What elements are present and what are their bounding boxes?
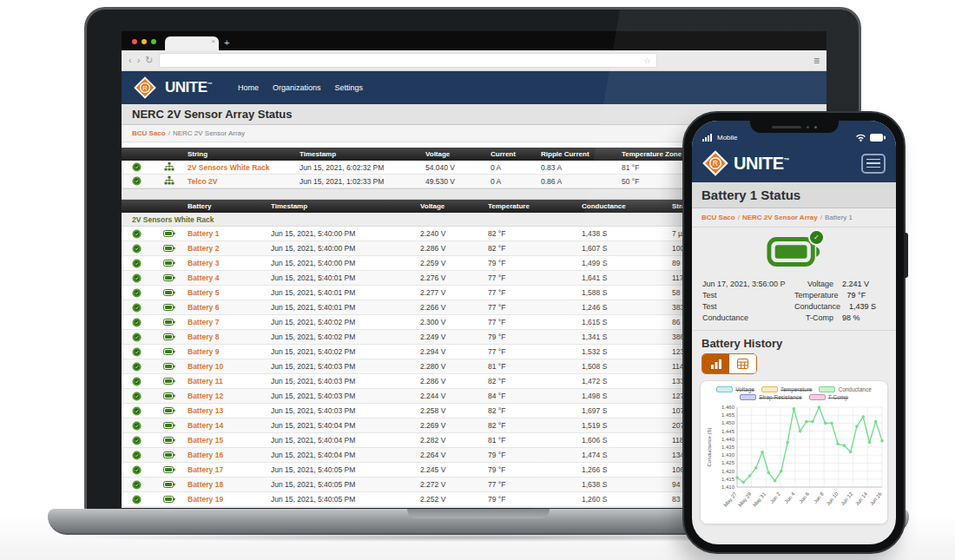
stat-context: Test [702, 302, 794, 311]
legend-item[interactable]: Conductance [819, 386, 871, 392]
conductance-cell: 1,341 S [582, 333, 672, 341]
status-ok-icon [122, 273, 151, 283]
breadcrumb-item: NERC 2V Sensor Array [173, 129, 245, 137]
stat-value: 1,439 S [849, 302, 892, 311]
close-window-button[interactable] [132, 39, 137, 44]
battery-detail-panel: Jun 17, 2021, 3:56:00 PVoltage2.241 VTes… [692, 276, 896, 331]
zoom-window-button[interactable] [151, 39, 156, 44]
string-link[interactable]: Telco 2V [188, 177, 300, 186]
legend-swatch-icon [740, 394, 756, 400]
battery-link[interactable]: Battery 14 [188, 421, 271, 430]
phone-notch [750, 121, 839, 133]
address-bar[interactable]: ☆ [159, 53, 657, 68]
browser-tab[interactable]: × [165, 36, 219, 50]
battery-link[interactable]: Battery 7 [188, 318, 271, 326]
battery-link[interactable]: Battery 18 [188, 480, 271, 489]
battery-link[interactable]: Battery 11 [188, 377, 271, 385]
column-header: String [188, 150, 300, 158]
browser-tab-bar: × + [122, 31, 827, 50]
battery-icon [151, 289, 188, 296]
chart-view-button[interactable] [702, 354, 729, 373]
battery-icon [151, 422, 188, 429]
battery-link[interactable]: Battery 5 [188, 288, 271, 297]
string-link[interactable]: 2V Sensors White Rack [188, 163, 300, 172]
chart-legend: VoltageTemperatureConductanceStrap Resis… [704, 386, 884, 400]
conductance-cell: 1,260 S [582, 495, 672, 504]
nav-item-organizations[interactable]: Organizations [273, 83, 321, 92]
voltage-cell: 2.276 V [420, 273, 488, 282]
svg-text:Conductance (S): Conductance (S) [707, 427, 712, 466]
nav-item-home[interactable]: Home [238, 83, 259, 92]
battery-link[interactable]: Battery 12 [188, 392, 271, 400]
battery-link[interactable]: Battery 15 [188, 436, 271, 445]
svg-text:Jun 10: Jun 10 [825, 491, 840, 506]
breadcrumb-separator: / [738, 214, 740, 221]
temperature-cell: 77 °F [488, 288, 582, 297]
wifi-icon [855, 133, 866, 142]
conductance-cell: 1,498 S [582, 392, 672, 400]
battery-link[interactable]: Battery 16 [188, 451, 271, 459]
voltage-cell: 2.264 V [420, 451, 488, 459]
nav-item-settings[interactable]: Settings [335, 83, 364, 92]
tab-close-icon[interactable]: × [211, 37, 215, 45]
camera-led-icon [814, 126, 817, 128]
timestamp-cell: Jun 15, 2021, 5:40:01 PM [271, 288, 420, 297]
battery-link[interactable]: Battery 9 [188, 347, 271, 356]
legend-item[interactable]: Voltage [716, 386, 754, 392]
forward-icon[interactable]: › [137, 56, 141, 65]
new-tab-button[interactable]: + [224, 37, 229, 48]
svg-text:Jun 6: Jun 6 [798, 491, 810, 504]
battery-link[interactable]: Battery 10 [188, 362, 271, 371]
window-controls [132, 39, 156, 44]
status-ok-icon [122, 436, 151, 445]
breadcrumb-item[interactable]: BCU Saco [132, 129, 166, 137]
svg-text:1,445: 1,445 [721, 429, 735, 434]
bookmark-star-icon[interactable]: ☆ [643, 56, 650, 65]
battery-icon [151, 274, 188, 281]
svg-text:R: R [713, 159, 718, 168]
battery-link[interactable]: Battery 17 [188, 465, 271, 474]
battery-link[interactable]: Battery 13 [188, 406, 271, 415]
svg-text:Jun 4: Jun 4 [784, 491, 796, 504]
legend-item[interactable]: Temperature [761, 386, 813, 392]
status-ok-icon [122, 421, 151, 431]
conductance-cell: 1,615 S [582, 318, 672, 326]
voltage-cell: 2.240 V [420, 229, 488, 238]
stat-label: Conductance [794, 302, 849, 311]
battery-status-graphic: ✓ [692, 227, 896, 276]
battery-link[interactable]: Battery 1 [188, 229, 271, 238]
minimize-window-button[interactable] [142, 39, 147, 44]
legend-swatch-icon [819, 386, 835, 392]
battery-link[interactable]: Battery 19 [188, 495, 271, 504]
breadcrumb-item[interactable]: BCU Saco [701, 214, 735, 221]
table-view-button[interactable] [729, 354, 756, 373]
svg-text:1,410: 1,410 [721, 484, 735, 490]
sitemap-icon [151, 162, 188, 172]
conductance-cell: 1,438 S [582, 229, 672, 238]
conductance-cell: 1,519 S [582, 421, 672, 430]
voltage-cell: 2.249 V [420, 333, 488, 341]
status-ok-icon [122, 162, 151, 172]
back-icon[interactable]: ‹ [128, 56, 132, 65]
svg-text:R: R [142, 84, 148, 92]
legend-item[interactable]: T-Comp [809, 394, 848, 400]
stat-value: 2.241 V [842, 280, 886, 288]
conductance-cell: 1,638 S [582, 480, 672, 489]
legend-label: Temperature [780, 386, 813, 392]
battery-link[interactable]: Battery 4 [188, 273, 271, 282]
column-header: Timestamp [300, 150, 425, 158]
hamburger-menu-icon[interactable] [861, 154, 886, 174]
battery-link[interactable]: Battery 8 [188, 333, 271, 341]
reload-icon[interactable]: ↻ [145, 56, 153, 65]
battery-link[interactable]: Battery 3 [188, 259, 271, 267]
breadcrumb-item[interactable]: NERC 2V Sensor Array [742, 214, 818, 221]
legend-item[interactable]: Strap Resistance [740, 394, 802, 400]
battery-link[interactable]: Battery 2 [188, 244, 271, 253]
battery-link[interactable]: Battery 6 [188, 303, 271, 312]
browser-menu-icon[interactable]: ≡ [813, 55, 820, 67]
voltage-cell: 2.294 V [420, 347, 488, 356]
phone: Mobile R UNITE™ Battery 1 Status BCU Sac… [682, 111, 906, 554]
voltage-cell: 2.277 V [420, 288, 488, 297]
legend-swatch-icon [716, 386, 733, 392]
voltage-cell: 2.259 V [420, 259, 488, 267]
